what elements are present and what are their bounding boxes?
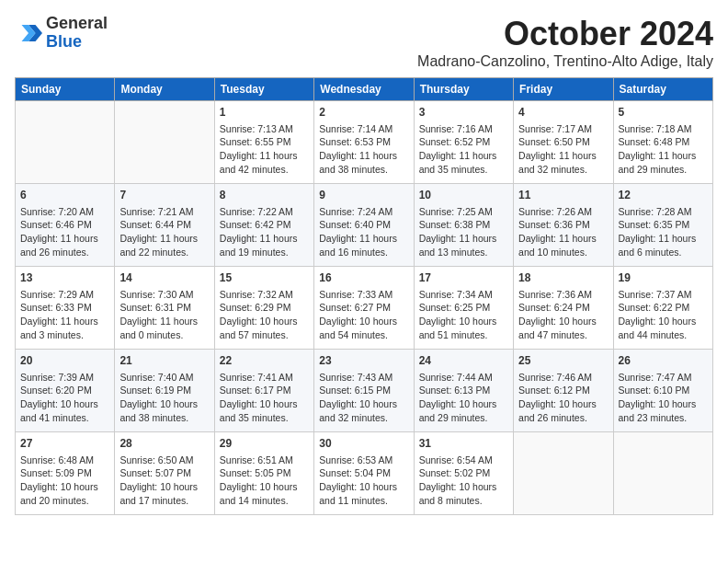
day-info: Sunrise: 7:13 AM Sunset: 6:55 PM Dayligh…: [220, 122, 309, 177]
calendar-cell: 13Sunrise: 7:29 AM Sunset: 6:33 PM Dayli…: [16, 267, 115, 350]
day-info: Sunrise: 7:29 AM Sunset: 6:33 PM Dayligh…: [20, 288, 109, 342]
calendar-cell: 10Sunrise: 7:25 AM Sunset: 6:38 PM Dayli…: [414, 184, 513, 267]
day-number: 17: [419, 270, 508, 286]
calendar-cell: 14Sunrise: 7:30 AM Sunset: 6:31 PM Dayli…: [115, 267, 214, 350]
calendar-cell: 6Sunrise: 7:20 AM Sunset: 6:46 PM Daylig…: [16, 184, 115, 267]
calendar-cell: 5Sunrise: 7:18 AM Sunset: 6:48 PM Daylig…: [613, 101, 712, 184]
calendar-cell: 27Sunrise: 6:48 AM Sunset: 5:09 PM Dayli…: [16, 432, 115, 515]
day-number: 13: [20, 270, 109, 286]
day-info: Sunrise: 7:26 AM Sunset: 6:36 PM Dayligh…: [518, 205, 608, 259]
day-number: 4: [518, 105, 608, 121]
day-info: Sunrise: 7:44 AM Sunset: 6:13 PM Dayligh…: [419, 371, 508, 425]
calendar-cell: 8Sunrise: 7:22 AM Sunset: 6:42 PM Daylig…: [214, 184, 313, 267]
calendar-table: SundayMondayTuesdayWednesdayThursdayFrid…: [15, 77, 713, 515]
calendar-cell: 23Sunrise: 7:43 AM Sunset: 6:15 PM Dayli…: [314, 350, 414, 432]
day-info: Sunrise: 7:41 AM Sunset: 6:17 PM Dayligh…: [220, 371, 309, 425]
calendar-cell: 28Sunrise: 6:50 AM Sunset: 5:07 PM Dayli…: [115, 432, 214, 515]
calendar-cell: 18Sunrise: 7:36 AM Sunset: 6:24 PM Dayli…: [514, 267, 613, 350]
calendar-cell: 9Sunrise: 7:24 AM Sunset: 6:40 PM Daylig…: [314, 184, 414, 267]
calendar-cell: 24Sunrise: 7:44 AM Sunset: 6:13 PM Dayli…: [414, 350, 513, 432]
calendar-cell: 30Sunrise: 6:53 AM Sunset: 5:04 PM Dayli…: [314, 432, 414, 515]
calendar-cell: 20Sunrise: 7:39 AM Sunset: 6:20 PM Dayli…: [16, 350, 115, 432]
title-block: October 2024 Madrano-Canzolino, Trentino…: [417, 15, 713, 70]
day-number: 11: [518, 188, 608, 203]
calendar-cell: 12Sunrise: 7:28 AM Sunset: 6:35 PM Dayli…: [613, 184, 712, 267]
day-number: 22: [220, 353, 309, 369]
calendar-week-row: 27Sunrise: 6:48 AM Sunset: 5:09 PM Dayli…: [16, 432, 713, 515]
day-number: 9: [319, 188, 408, 203]
day-number: 3: [419, 105, 508, 121]
calendar-week-row: 13Sunrise: 7:29 AM Sunset: 6:33 PM Dayli…: [16, 267, 713, 350]
calendar-cell: 2Sunrise: 7:14 AM Sunset: 6:53 PM Daylig…: [314, 101, 414, 184]
calendar-cell: 26Sunrise: 7:47 AM Sunset: 6:10 PM Dayli…: [613, 350, 712, 432]
day-number: 8: [220, 188, 309, 203]
day-info: Sunrise: 6:48 AM Sunset: 5:09 PM Dayligh…: [20, 454, 109, 508]
day-number: 21: [119, 353, 209, 369]
day-info: Sunrise: 7:47 AM Sunset: 6:10 PM Dayligh…: [619, 371, 708, 425]
day-number: 24: [419, 353, 508, 369]
calendar-cell: 4Sunrise: 7:17 AM Sunset: 6:50 PM Daylig…: [514, 101, 613, 184]
calendar-week-row: 6Sunrise: 7:20 AM Sunset: 6:46 PM Daylig…: [16, 184, 713, 267]
day-info: Sunrise: 7:14 AM Sunset: 6:53 PM Dayligh…: [319, 122, 408, 177]
calendar-cell: [115, 101, 214, 184]
day-info: Sunrise: 7:37 AM Sunset: 6:22 PM Dayligh…: [619, 288, 708, 342]
weekday-header-monday: Monday: [115, 78, 214, 101]
logo: General Blue: [15, 15, 108, 52]
calendar-cell: 22Sunrise: 7:41 AM Sunset: 6:17 PM Dayli…: [214, 350, 313, 432]
day-number: 29: [220, 436, 309, 452]
day-number: 25: [518, 353, 608, 369]
weekday-header-row: SundayMondayTuesdayWednesdayThursdayFrid…: [16, 78, 713, 101]
calendar-cell: 3Sunrise: 7:16 AM Sunset: 6:52 PM Daylig…: [414, 101, 513, 184]
day-info: Sunrise: 7:43 AM Sunset: 6:15 PM Dayligh…: [319, 371, 408, 425]
day-info: Sunrise: 6:50 AM Sunset: 5:07 PM Dayligh…: [119, 454, 209, 508]
day-number: 12: [619, 188, 708, 203]
logo-icon: [15, 19, 42, 47]
day-info: Sunrise: 7:16 AM Sunset: 6:52 PM Dayligh…: [419, 122, 508, 177]
day-info: Sunrise: 6:53 AM Sunset: 5:04 PM Dayligh…: [319, 454, 408, 508]
weekday-header-tuesday: Tuesday: [214, 78, 313, 101]
day-number: 2: [319, 105, 408, 121]
weekday-header-saturday: Saturday: [613, 78, 712, 101]
day-number: 5: [619, 105, 708, 121]
day-info: Sunrise: 7:20 AM Sunset: 6:46 PM Dayligh…: [20, 205, 109, 259]
calendar-cell: 19Sunrise: 7:37 AM Sunset: 6:22 PM Dayli…: [613, 267, 712, 350]
day-info: Sunrise: 7:30 AM Sunset: 6:31 PM Dayligh…: [119, 288, 209, 342]
page-header: General Blue October 2024 Madrano-Canzol…: [15, 15, 713, 70]
day-number: 30: [319, 436, 408, 452]
day-info: Sunrise: 7:24 AM Sunset: 6:40 PM Dayligh…: [319, 205, 408, 259]
day-info: Sunrise: 7:18 AM Sunset: 6:48 PM Dayligh…: [619, 122, 708, 177]
month-title: October 2024: [417, 15, 713, 53]
calendar-cell: [16, 101, 115, 184]
weekday-header-wednesday: Wednesday: [314, 78, 414, 101]
day-number: 20: [20, 353, 109, 369]
day-number: 10: [419, 188, 508, 203]
day-number: 23: [319, 353, 408, 369]
day-info: Sunrise: 6:54 AM Sunset: 5:02 PM Dayligh…: [419, 454, 508, 508]
calendar-cell: 31Sunrise: 6:54 AM Sunset: 5:02 PM Dayli…: [414, 432, 513, 515]
day-info: Sunrise: 7:33 AM Sunset: 6:27 PM Dayligh…: [319, 288, 408, 342]
day-info: Sunrise: 6:51 AM Sunset: 5:05 PM Dayligh…: [220, 454, 309, 508]
day-number: 27: [20, 436, 109, 452]
calendar-cell: 25Sunrise: 7:46 AM Sunset: 6:12 PM Dayli…: [514, 350, 613, 432]
calendar-cell: [514, 432, 613, 515]
day-number: 1: [220, 105, 309, 121]
day-number: 19: [619, 270, 708, 286]
day-info: Sunrise: 7:34 AM Sunset: 6:25 PM Dayligh…: [419, 288, 508, 342]
weekday-header-thursday: Thursday: [414, 78, 513, 101]
day-info: Sunrise: 7:25 AM Sunset: 6:38 PM Dayligh…: [419, 205, 508, 259]
weekday-header-friday: Friday: [514, 78, 613, 101]
calendar-week-row: 1Sunrise: 7:13 AM Sunset: 6:55 PM Daylig…: [16, 101, 713, 184]
day-info: Sunrise: 7:46 AM Sunset: 6:12 PM Dayligh…: [518, 371, 608, 425]
calendar-cell: [613, 432, 712, 515]
day-number: 14: [119, 270, 209, 286]
day-number: 31: [419, 436, 508, 452]
calendar-cell: 16Sunrise: 7:33 AM Sunset: 6:27 PM Dayli…: [314, 267, 414, 350]
calendar-cell: 15Sunrise: 7:32 AM Sunset: 6:29 PM Dayli…: [214, 267, 313, 350]
day-info: Sunrise: 7:17 AM Sunset: 6:50 PM Dayligh…: [518, 122, 608, 177]
calendar-cell: 7Sunrise: 7:21 AM Sunset: 6:44 PM Daylig…: [115, 184, 214, 267]
calendar-week-row: 20Sunrise: 7:39 AM Sunset: 6:20 PM Dayli…: [16, 350, 713, 432]
day-info: Sunrise: 7:21 AM Sunset: 6:44 PM Dayligh…: [119, 205, 209, 259]
day-info: Sunrise: 7:40 AM Sunset: 6:19 PM Dayligh…: [119, 371, 209, 425]
day-info: Sunrise: 7:32 AM Sunset: 6:29 PM Dayligh…: [220, 288, 309, 342]
calendar-cell: 11Sunrise: 7:26 AM Sunset: 6:36 PM Dayli…: [514, 184, 613, 267]
